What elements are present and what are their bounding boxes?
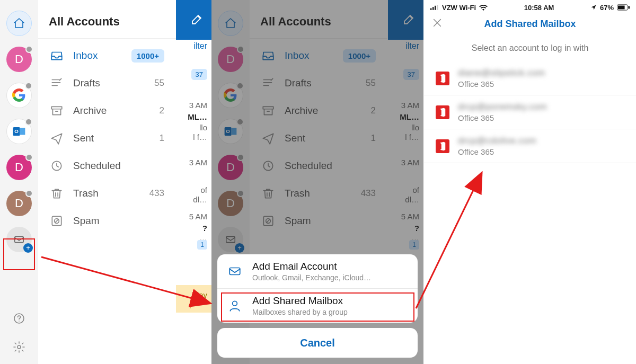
status-bar: VZW Wi-Fi 10:58 AM 67% <box>424 0 636 12</box>
cancel-button[interactable]: Cancel <box>217 328 418 358</box>
svg-text:O: O <box>14 128 19 134</box>
sent-icon <box>50 131 64 145</box>
account-google[interactable] <box>6 83 32 108</box>
signal-icon <box>430 4 439 11</box>
mail-list-peek: ilter 37 3 AM ML… llo l f… 3 AM of dl… 5… <box>176 0 211 364</box>
clock-icon <box>50 159 64 173</box>
mail-icon <box>227 264 243 278</box>
inbox-icon <box>50 49 64 63</box>
filter-label[interactable]: ilter <box>193 41 207 51</box>
compose-icon[interactable] <box>190 13 203 26</box>
account-avatar[interactable]: D <box>6 47 32 72</box>
office-icon <box>436 72 449 85</box>
account-home[interactable] <box>6 11 32 36</box>
folder-spam[interactable]: Spam <box>38 207 176 235</box>
account-avatar[interactable]: D <box>6 155 32 180</box>
accounts-strip: D O D D + <box>0 0 38 364</box>
svg-rect-2 <box>20 128 25 135</box>
svg-rect-28 <box>628 6 630 8</box>
folder-drafts[interactable]: Drafts55 <box>38 69 176 97</box>
spam-icon <box>50 214 64 228</box>
add-email-account-row[interactable]: Add Email AccountOutlook, Gmail, Exchang… <box>217 254 418 288</box>
svg-rect-23 <box>432 7 434 10</box>
svg-rect-22 <box>430 8 431 10</box>
office-icon <box>436 105 449 119</box>
folder-trash[interactable]: Trash433 <box>38 180 176 207</box>
home-icon <box>13 17 25 30</box>
nav-bar: Add Shared Mailbox <box>424 12 636 36</box>
screen-3: VZW Wi-Fi 10:58 AM 67% Add Shared Mailbo… <box>424 0 636 364</box>
drafts-icon <box>50 76 64 90</box>
folders-panel: All Accounts Inbox 1000+ Drafts55 Archiv… <box>38 0 176 364</box>
status-time: 10:58 AM <box>524 4 554 12</box>
screen-1: D O D D + All Accounts Inbox 1000+ Draft… <box>0 0 211 364</box>
help-icon[interactable] <box>13 312 25 325</box>
close-icon <box>431 17 443 29</box>
svg-rect-25 <box>437 5 438 10</box>
account-row[interactable]: diane@slipstick.comOffice 365 <box>424 61 636 95</box>
battery-icon <box>617 4 630 11</box>
page-title: Add Shared Mailbox <box>484 19 576 30</box>
folder-scheduled[interactable]: Scheduled <box>38 152 176 180</box>
inbox-count: 1000+ <box>131 49 164 63</box>
google-icon <box>12 88 26 102</box>
flag-icon: ⚑ <box>188 299 197 311</box>
svg-rect-20 <box>229 268 240 275</box>
close-button[interactable] <box>431 17 443 31</box>
settings-icon[interactable] <box>13 341 25 353</box>
account-row[interactable]: drcp@cdolive.comOffice 365 <box>424 129 636 163</box>
account-row[interactable]: drcp@poremsky.comOffice 365 <box>424 95 636 129</box>
svg-rect-24 <box>435 6 436 10</box>
svg-rect-27 <box>618 6 625 10</box>
account-avatar[interactable]: D <box>6 191 32 216</box>
account-outlook[interactable]: O <box>6 119 32 144</box>
location-icon <box>590 4 597 11</box>
svg-point-5 <box>19 321 20 322</box>
folder-archive[interactable]: Archive2 <box>38 97 176 125</box>
trash-icon <box>50 187 64 200</box>
screen-2: D O D D + All Accounts Inbox1000+ Drafts… <box>211 0 423 364</box>
archive-icon <box>50 104 64 118</box>
wifi-icon <box>479 4 488 11</box>
annotation-box <box>221 292 414 322</box>
page-title: All Accounts <box>38 0 176 38</box>
folder-sent[interactable]: Sent1 <box>38 125 176 152</box>
hint-text: Select an account to log in with <box>424 36 636 61</box>
count-chip: 37 <box>191 69 207 80</box>
annotation-box <box>3 238 35 270</box>
folder-inbox[interactable]: Inbox 1000+ <box>38 42 176 69</box>
svg-rect-7 <box>51 106 62 109</box>
office-icon <box>436 139 449 153</box>
outlook-icon: O <box>12 125 26 138</box>
svg-point-6 <box>17 345 21 349</box>
